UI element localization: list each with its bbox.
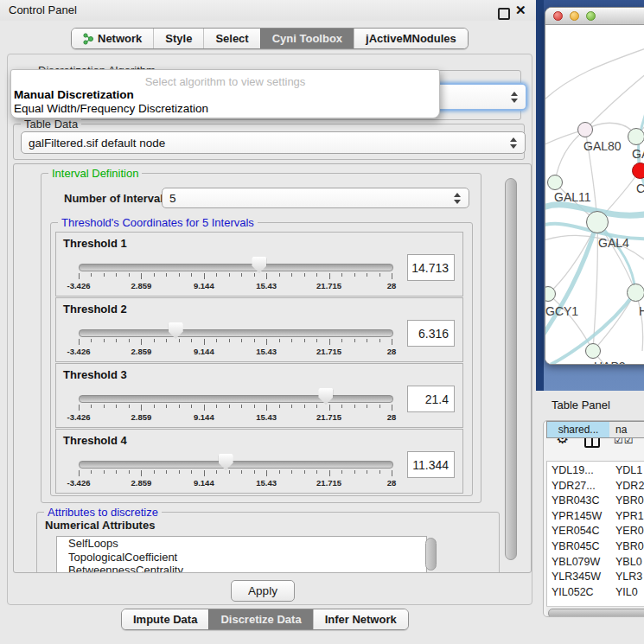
threshold-box-2: Threshold 2-3.4262.8599.14415.4321.71528… xyxy=(55,297,463,362)
attribute-item[interactable]: BetweennessCentrality xyxy=(57,564,426,573)
table-hscroll-thumb[interactable] xyxy=(548,609,644,617)
threshold-box-1: Threshold 1-3.4262.8599.14415.4321.71528… xyxy=(55,232,463,296)
threshold-value-field[interactable]: 14.713 xyxy=(407,254,455,281)
node-label: GAL11 xyxy=(554,190,591,204)
table-row[interactable]: YBR045CYBR0 xyxy=(547,539,644,555)
apply-button[interactable]: Apply xyxy=(231,580,295,602)
tab-impute-data[interactable]: Impute Data xyxy=(122,609,208,629)
numerical-attributes-list: SelfLoopsTopologicalCoefficientBetweenne… xyxy=(56,536,427,573)
attribute-item[interactable]: TopologicalCoefficient xyxy=(57,551,426,564)
cell-shared-name[interactable]: YBR045C xyxy=(552,540,600,552)
tab-jactivemnodules[interactable]: jActiveMNodules xyxy=(354,29,468,48)
tab-infer-network[interactable]: Infer Network xyxy=(313,609,408,629)
network-node-gal11[interactable] xyxy=(547,175,563,190)
tab-label: Discretize Data xyxy=(220,613,301,626)
threshold-value-field[interactable]: 11.344 xyxy=(407,451,455,478)
threshold-value-field[interactable]: 21.4 xyxy=(407,386,455,412)
close-traffic-icon[interactable] xyxy=(553,11,563,21)
table-row[interactable]: YIL052CYIL0 xyxy=(547,585,644,601)
algorithm-dropdown-hint: Select algorithm to view settings xyxy=(11,75,439,88)
slider-ticks xyxy=(79,339,392,346)
slider-scale-label: 15.43 xyxy=(256,347,277,356)
slider-track[interactable] xyxy=(79,329,393,337)
slider-scale-label: 15.43 xyxy=(256,412,277,422)
cell-name[interactable]: YER0 xyxy=(615,525,644,537)
cell-name[interactable]: YDL1 xyxy=(615,464,642,476)
table-row[interactable]: YLR345WYLR3 xyxy=(547,570,644,585)
settings-scroll-panel: Interval Definition Number of Intervals … xyxy=(13,163,532,573)
cell-name[interactable]: YIL0 xyxy=(615,586,638,598)
tab-style[interactable]: Style xyxy=(153,29,203,48)
attribute-item[interactable]: SelfLoops xyxy=(57,537,426,551)
network-node-gal80[interactable] xyxy=(577,122,593,137)
column-header-shared[interactable]: shared... xyxy=(546,421,610,438)
slider-scale-label: 21.715 xyxy=(316,281,341,290)
cell-name[interactable]: YBR0 xyxy=(615,494,644,507)
network-node-h[interactable] xyxy=(627,284,644,302)
cell-shared-name[interactable]: YER054C xyxy=(552,525,600,537)
tab-network[interactable]: Network xyxy=(72,29,153,48)
threshold-value-field[interactable]: 6.316 xyxy=(407,320,455,347)
cell-shared-name[interactable]: YPR145W xyxy=(552,510,602,522)
tab-cyni-toolbox[interactable]: Cyni Toolbox xyxy=(260,29,354,48)
dropdown-option-manual[interactable]: Manual Discretization xyxy=(14,88,429,101)
network-node-c[interactable] xyxy=(632,163,644,179)
table-row[interactable]: YDR27...YDR2 xyxy=(547,479,644,494)
control-panel-title: Control Panel xyxy=(9,3,77,16)
table-row[interactable]: YDL19...YDL1 xyxy=(547,463,644,479)
cell-shared-name[interactable]: YDR27... xyxy=(552,480,596,492)
table-data-select[interactable]: galFiltered.sif default node xyxy=(21,131,526,154)
number-of-intervals-label: Number of Intervals xyxy=(64,192,169,205)
slider-scale-label: 15.43 xyxy=(256,478,277,488)
threshold-label: Threshold 2 xyxy=(63,303,127,316)
table-row[interactable]: YPR145WYPR1 xyxy=(547,509,644,525)
cell-shared-name[interactable]: YIL052C xyxy=(552,586,594,598)
network-node-ga[interactable] xyxy=(628,128,644,145)
slider-track[interactable] xyxy=(79,461,393,469)
node-label: GCY1 xyxy=(545,304,578,318)
dropdown-option-equal-width[interactable]: Equal Width/Frequency Discretization xyxy=(14,102,429,115)
network-view-window: GAL80GACGAL11GAL4GCY1HHAP2 xyxy=(545,7,644,365)
table-data-select-value: galFiltered.sif default node xyxy=(29,137,509,150)
cell-name[interactable]: YBL0 xyxy=(615,556,642,568)
application-root: Control Panel ✕ NetworkStyleSelectCyni T… xyxy=(0,0,644,644)
cell-shared-name[interactable]: YBR043C xyxy=(552,494,600,507)
network-canvas[interactable]: GAL80GACGAL11GAL4GCY1HHAP2 xyxy=(545,25,644,364)
network-node-gal4[interactable] xyxy=(586,211,609,233)
cell-shared-name[interactable]: YBL079W xyxy=(552,556,600,568)
top-tab-bar: NetworkStyleSelectCyni ToolboxjActiveMNo… xyxy=(71,28,469,49)
minimize-traffic-icon[interactable] xyxy=(570,11,579,21)
number-of-intervals-spinner[interactable]: 5 xyxy=(162,188,469,208)
table-row[interactable]: YBL079WYBL0 xyxy=(547,555,644,571)
cell-shared-name[interactable]: YDL19... xyxy=(552,464,594,476)
tab-discretize-data[interactable]: Discretize Data xyxy=(208,609,312,629)
cell-name[interactable]: YLR3 xyxy=(615,571,642,583)
slider-scale-label: -3.426 xyxy=(67,478,91,488)
table-panel-region: Table Panel ⚙ ☑☑ shared... na YDL19...YD… xyxy=(536,391,644,644)
cell-name[interactable]: YPR1 xyxy=(615,510,644,522)
panel-scrollbar[interactable] xyxy=(505,178,517,560)
node-label: H xyxy=(639,304,644,318)
table-row[interactable]: YBR043CYBR0 xyxy=(547,494,644,509)
slider-track[interactable] xyxy=(79,264,393,271)
slider-track[interactable] xyxy=(79,395,393,403)
network-node-hap2[interactable] xyxy=(585,343,601,359)
tab-label: Impute Data xyxy=(133,613,197,626)
attributes-group-title: Attributes to discretize xyxy=(44,506,162,519)
slider-scale-label: 2.859 xyxy=(131,478,152,488)
float-window-icon[interactable] xyxy=(498,8,510,20)
node-table: YDL19...YDL1YDR27...YDR2YBR043CYBR0YPR14… xyxy=(546,461,644,608)
attributes-list-scrollbar[interactable] xyxy=(425,538,437,571)
column-header-name[interactable]: na xyxy=(609,421,644,438)
table-row[interactable]: YER054CYER0 xyxy=(547,524,644,539)
tab-select[interactable]: Select xyxy=(203,29,259,48)
cell-shared-name[interactable]: YLR345W xyxy=(552,571,601,583)
cell-name[interactable]: YDR2 xyxy=(615,480,644,492)
network-window-titlebar[interactable] xyxy=(545,8,644,25)
close-icon[interactable]: ✕ xyxy=(515,2,526,19)
cell-name[interactable]: YBR0 xyxy=(615,540,644,552)
tab-label: Style xyxy=(165,32,192,45)
node-label: GA xyxy=(632,147,644,161)
table-hscroll-track[interactable] xyxy=(546,606,644,617)
zoom-traffic-icon[interactable] xyxy=(586,11,596,21)
